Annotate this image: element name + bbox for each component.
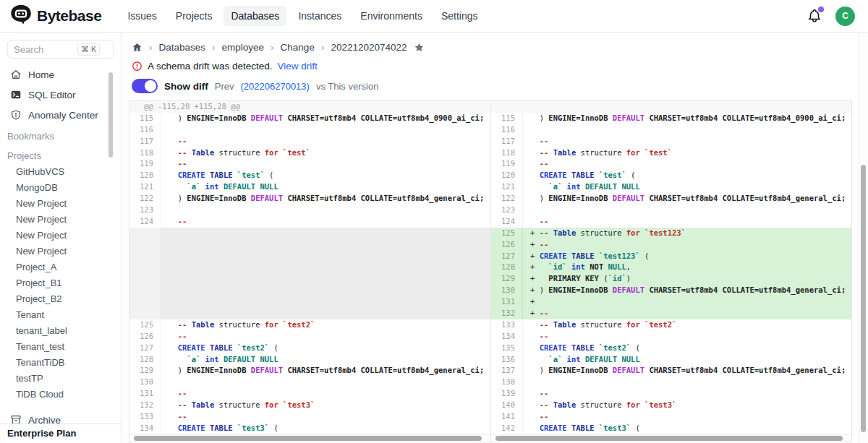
sidebar-item-new-project[interactable]: New Project [0,244,121,259]
diff-row: 126 -- [129,331,490,343]
line-number: 120 [491,170,523,181]
sidebar-item-tenant[interactable]: Tenant [0,307,121,323]
diff-row: 134 -- [491,331,851,343]
sidebar-item-githubvcs[interactable]: GitHubVCS [0,164,121,180]
diff-row: 140 -- Table structure for `test3` [491,400,851,411]
sidebar-item-new-project[interactable]: New Project [0,196,121,212]
prev-label: Prev [215,81,234,92]
sidebar-item-tenanttidb[interactable]: TenantTiDB [0,355,121,371]
line-number: 122 [129,193,161,205]
breadcrumb-databases[interactable]: Databases [159,42,206,53]
line-number: 130 [491,285,523,296]
diff-row: 119 -- [129,158,490,170]
diff-row: 142 CREATE TABLE `test3` ( [491,423,851,434]
diff-row: 119 -- [491,158,851,170]
breadcrumb-home-icon[interactable] [132,42,142,53]
diff-row: 120 CREATE TABLE `test` ( [129,170,490,181]
diff-hscrollbar[interactable] [495,436,843,441]
diff-filler-row [129,296,490,308]
diff-hscrollbar[interactable] [134,436,482,441]
breadcrumb-separator: › [149,42,153,53]
main-nav: IssuesProjectsDatabasesInstancesEnvironm… [120,6,485,26]
alert-circle-icon [132,61,142,72]
sidebar-scrollbar[interactable] [109,72,113,158]
line-number: 127 [491,251,523,262]
sidebar-item-label: Anomaly Center [28,110,98,121]
diff-filler-row [129,239,490,251]
breadcrumb-employee[interactable]: employee [222,42,265,53]
diff-row: 117 -- [491,136,851,147]
sidebar-item-tidb-cloud[interactable]: TiDB Cloud [0,387,121,403]
line-number: 128 [491,262,523,273]
sidebar-item-new-project[interactable]: New Project [0,228,121,244]
nav-item-instances[interactable]: Instances [291,6,349,26]
nav-item-projects[interactable]: Projects [169,6,220,26]
nav-item-settings[interactable]: Settings [434,6,485,26]
diff-row: 133 -- [129,411,490,423]
page-scrollbar[interactable] [861,165,866,432]
sidebar-item-tenant-label[interactable]: tenant_label [0,323,121,339]
diff-added-row: 129+ PRIMARY KEY (`id`) [491,273,851,285]
sidebar-item-testtp[interactable]: testTP [0,371,121,387]
sidebar-item-anomaly-center[interactable]: Anomaly Center [0,105,121,125]
sidebar-item-project-b1[interactable]: Project_B1 [0,275,121,291]
main-content: ›Databases›employee›Change›2022120207402… [122,33,868,443]
line-number: 118 [129,147,161,159]
sidebar-item-sql-editor[interactable]: SQL Editor [0,85,121,105]
diff-row: 139 -- [491,388,851,400]
sidebar-item-mongodb[interactable]: MongoDB [0,180,121,196]
line-number: 116 [491,124,523,136]
diff-toolbar: Show diff Prev (202206270013) vs This ve… [132,79,868,93]
line-number: 124 [129,216,161,228]
nav-item-issues[interactable]: Issues [120,6,163,26]
sidebar-item-project-b2[interactable]: Project_B2 [0,291,121,307]
search-box: ⌘ K [7,40,114,59]
diff-row: 115 ) ENGINE=InnoDB DEFAULT CHARSET=utf8… [491,113,851,124]
diff-row: 120 CREATE TABLE `test` ( [491,170,851,181]
diff-row: 121 `a` int DEFAULT NULL [491,181,851,193]
sidebar-item-home[interactable]: Home [0,64,121,85]
breadcrumb-separator: › [271,42,274,53]
sidebar-item-label: SQL Editor [28,90,76,100]
home-icon [10,69,22,80]
breadcrumb-change[interactable]: Change [281,42,315,53]
show-diff-toggle[interactable] [132,79,158,93]
breadcrumb-20221202074022[interactable]: 20221202074022 [331,42,407,53]
diff-row: 123 [129,205,490,216]
line-number [129,262,161,273]
sidebar-item-project-a[interactable]: Project_A [0,259,121,275]
line-number: 120 [129,170,161,181]
line-number: 124 [491,216,523,228]
favorite-star-icon[interactable] [414,42,425,53]
line-number: 131 [491,296,523,308]
line-number: 135 [491,343,523,354]
top-right-controls: C [807,7,855,26]
line-number: 121 [129,181,161,193]
search-input[interactable] [14,44,77,55]
line-number [129,239,161,251]
line-number: 141 [491,411,523,423]
notifications-button[interactable] [807,8,822,24]
sidebar-item-new-project[interactable]: New Project [0,212,121,228]
view-drift-link[interactable]: View drift [278,61,318,72]
bytebase-logo[interactable]: Bytebase [10,4,101,28]
nav-item-environments[interactable]: Environments [353,6,430,26]
diff-row: 121 `a` int DEFAULT NULL [129,181,490,193]
user-avatar[interactable]: C [835,7,855,26]
breadcrumb-separator: › [321,42,325,53]
line-number: 126 [129,331,161,343]
line-number: 115 [129,113,161,124]
diff-hunk-header [491,101,851,113]
diff-filler-row [129,262,490,273]
diff-row: 128 `a` int DEFAULT NULL [129,354,490,366]
diff-added-row: 125+ -- Table structure for `test123` [491,228,851,239]
nav-item-databases[interactable]: Databases [224,6,286,26]
bell-icon [807,14,822,26]
line-number: 118 [491,147,523,159]
line-number: 117 [129,136,161,147]
prev-version-link[interactable]: (202206270013) [240,81,309,92]
line-number: 136 [491,354,523,366]
line-number: 134 [129,423,161,434]
sidebar-item-tenant-test[interactable]: Tenant_test [0,339,121,355]
diff-row: 135 CREATE TABLE `test2` ( [491,343,851,354]
